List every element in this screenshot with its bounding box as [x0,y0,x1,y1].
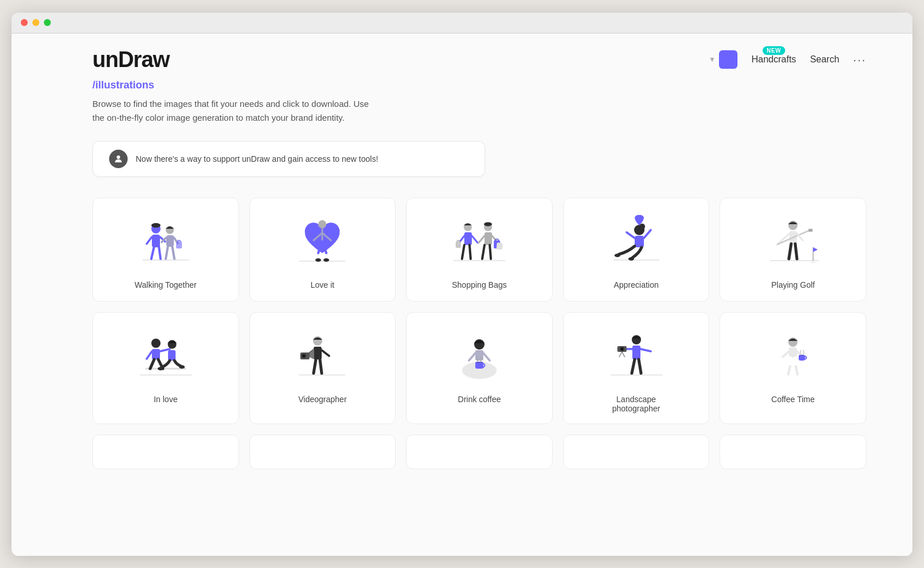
partial-card-2[interactable] [249,435,396,469]
svg-point-49 [628,257,634,261]
illus-label: Videographer [298,395,346,404]
illus-image-walking-together [131,210,200,273]
illus-image-appreciation [602,210,671,273]
svg-line-54 [795,244,797,259]
svg-rect-34 [485,232,492,245]
svg-line-31 [472,236,478,243]
close-dot[interactable] [21,19,28,26]
search-link[interactable]: Search [810,54,840,65]
svg-rect-32 [456,242,461,248]
card-coffee-time[interactable]: Coffee Time [720,312,866,424]
svg-rect-15 [176,242,182,248]
illus-label: Landscapephotographer [612,395,660,413]
header: unDraw ▼ NEW Handcrafts Search ··· [12,34,912,79]
svg-rect-93 [632,346,640,359]
svg-line-35 [482,245,485,259]
svg-line-97 [640,349,651,351]
user-icon [113,154,124,164]
section-title: /illustrations [92,79,866,91]
banner-icon [109,150,128,168]
illus-image-coffee-time [758,324,828,388]
svg-line-11 [166,246,168,259]
svg-point-0 [117,155,120,159]
color-picker-wrapper[interactable]: ▼ [709,50,737,69]
new-badge: NEW [763,46,785,55]
svg-rect-27 [464,232,472,245]
maximize-dot[interactable] [44,19,51,26]
svg-line-28 [462,245,464,259]
banner-text: Now there's a way to support unDraw and … [136,154,378,164]
card-playing-golf[interactable]: Playing Golf [720,198,866,302]
card-drink-coffee[interactable]: Drink coffee [406,312,553,424]
color-swatch[interactable] [719,50,737,69]
partial-card-3[interactable] [406,435,553,469]
svg-line-80 [322,350,329,356]
logo[interactable]: unDraw [92,47,169,72]
svg-line-78 [320,359,322,373]
main-section: /illustrations Browse to find the images… [12,79,912,469]
svg-point-72 [158,367,163,370]
svg-line-53 [789,244,791,259]
card-landscape-photographer[interactable]: Landscapephotographer [563,312,710,424]
svg-rect-76 [314,347,322,359]
card-videographer[interactable]: Videographer [249,312,396,424]
svg-line-95 [639,359,641,373]
svg-line-37 [479,236,485,243]
svg-point-48 [614,254,620,257]
illus-label: Drink coffee [458,395,501,404]
page-content: unDraw ▼ NEW Handcrafts Search ··· /illu… [12,34,912,556]
chevron-down-icon: ▼ [709,55,716,64]
svg-line-89 [483,353,490,361]
svg-point-64 [151,339,161,348]
card-shopping-bags[interactable]: Shopping Bags [406,198,553,302]
illus-label: Love it [311,280,334,289]
svg-line-55 [777,233,789,244]
svg-line-47 [644,230,651,238]
illus-label: Playing Golf [771,280,814,289]
partial-card-4[interactable] [563,435,710,469]
card-walking-together[interactable]: Walking Together [92,198,239,302]
card-love-it[interactable]: Love it [249,198,396,302]
browser-chrome [12,13,912,34]
svg-point-23 [315,258,321,262]
illus-label: Walking Together [135,280,196,289]
more-menu[interactable]: ··· [853,53,866,66]
browser-frame: unDraw ▼ NEW Handcrafts Search ··· /illu… [12,13,912,556]
bottom-partial-row [92,435,866,469]
support-banner[interactable]: Now there's a way to support unDraw and … [92,141,485,177]
card-in-love[interactable]: In love [92,312,239,424]
svg-point-73 [179,365,185,369]
svg-line-29 [470,245,471,259]
svg-line-109 [796,366,798,374]
svg-point-100 [621,348,623,350]
svg-line-77 [314,359,316,373]
illustrations-grid-row1: Walking Together [92,198,866,302]
illus-label: Shopping Bags [452,280,507,289]
svg-rect-104 [789,347,797,357]
svg-point-44 [639,224,645,229]
svg-point-24 [323,258,329,262]
desc-line2: the on-the-fly color image generation to… [92,113,345,122]
svg-line-6 [147,237,152,244]
svg-line-46 [627,232,635,238]
svg-line-12 [172,246,174,259]
svg-marker-61 [813,247,818,252]
svg-line-94 [632,359,635,373]
svg-line-69 [147,351,152,359]
illus-image-drink-coffee [445,324,514,388]
svg-rect-41 [496,242,502,250]
partial-card-5[interactable] [720,435,866,469]
svg-rect-65 [152,349,160,359]
illus-image-in-love [131,324,200,388]
svg-line-66 [150,359,154,369]
svg-point-39 [484,222,492,226]
svg-rect-45 [635,236,644,247]
card-appreciation[interactable]: Appreciation [563,198,710,302]
svg-line-105 [783,351,789,357]
svg-rect-87 [475,350,483,361]
svg-line-5 [159,246,161,259]
partial-card-1[interactable] [92,435,239,469]
minimize-dot[interactable] [32,19,39,26]
svg-point-8 [151,223,161,228]
nav-handcrafts[interactable]: NEW Handcrafts [751,54,796,65]
